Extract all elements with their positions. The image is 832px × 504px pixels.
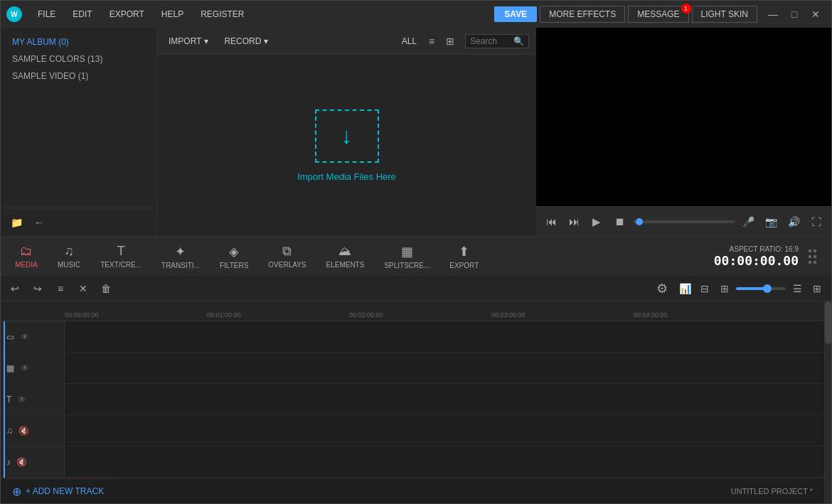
- grid-view-icon[interactable]: ⊞: [442, 33, 458, 49]
- delete-button[interactable]: 🗑: [97, 280, 114, 297]
- message-button[interactable]: MESSAGE 1: [628, 6, 688, 23]
- skip-back-button[interactable]: ⏮: [542, 213, 560, 231]
- track-controls-music: ♫ 🔇: [1, 415, 65, 446]
- tab-splitscreen[interactable]: ▦ SPLITSCRE...: [374, 237, 439, 277]
- tab-export[interactable]: ⬆ EXPORT: [439, 237, 489, 277]
- import-chevron-icon: ▾: [204, 36, 208, 46]
- menu-edit[interactable]: EDIT: [64, 1, 100, 28]
- left-panel: MY ALBUM (0) SAMPLE COLORS (13) SAMPLE V…: [1, 28, 157, 236]
- album-item-my-album[interactable]: MY ALBUM (0): [1, 33, 156, 50]
- light-skin-button[interactable]: LIGHT SKIN: [692, 6, 757, 23]
- more-effects-button[interactable]: MORE EFFECTS: [540, 6, 625, 23]
- track-area-text[interactable]: [65, 384, 824, 414]
- undo-button[interactable]: ↩: [6, 280, 23, 297]
- search-input[interactable]: [470, 36, 511, 46]
- video-track-icon: ▭: [6, 332, 14, 342]
- zoom-in-button[interactable]: ⊞: [716, 280, 733, 297]
- skip-forward-button[interactable]: ⏭: [565, 213, 583, 231]
- tab-overlays[interactable]: ⧉ OVERLAYS: [258, 237, 316, 277]
- music-track-icon: ♫: [6, 426, 13, 436]
- overlay-track-icon: ▦: [6, 363, 14, 373]
- music-mute-icon[interactable]: 🔇: [17, 424, 30, 437]
- track-area-music[interactable]: [65, 415, 824, 446]
- animate-icon[interactable]: ⚙: [654, 280, 671, 297]
- menu-bar: FILE EDIT EXPORT HELP REGISTER: [29, 1, 494, 28]
- menu-help[interactable]: HELP: [153, 1, 192, 28]
- split-button[interactable]: ✕: [75, 280, 92, 297]
- tab-transitions[interactable]: ✦ TRANSITI...: [151, 237, 210, 277]
- text-track-icon: T: [6, 395, 11, 404]
- tab-textcre[interactable]: T TEXT/CRE...: [90, 237, 151, 277]
- aspect-ratio-label: ASPECT RATIO: 16:9: [714, 245, 799, 253]
- bar-chart-icon[interactable]: 📊: [676, 280, 693, 297]
- tab-filters[interactable]: ◈ FILTERS: [210, 237, 258, 277]
- main-area: MY ALBUM (0) SAMPLE COLORS (13) SAMPLE V…: [1, 28, 831, 236]
- add-new-track-button[interactable]: ⊕ + ADD NEW TRACK: [1, 478, 115, 504]
- timeline-playhead: [4, 321, 5, 478]
- maximize-button[interactable]: □: [784, 4, 804, 24]
- zoom-out-button[interactable]: ⊟: [696, 280, 713, 297]
- list-tool-button[interactable]: ≡: [52, 280, 69, 297]
- add-folder-icon[interactable]: 📁: [8, 214, 25, 231]
- video-eye-icon[interactable]: 👁: [18, 331, 31, 343]
- track-area-overlay[interactable]: [65, 353, 824, 383]
- back-arrow-icon[interactable]: ←: [31, 214, 48, 231]
- tab-filters-label: FILTERS: [220, 262, 248, 269]
- tracks-area: ▭ 👁 ▦ 👁: [1, 321, 824, 478]
- tab-elements[interactable]: ⛰ ELEMENTS: [316, 237, 375, 277]
- save-button[interactable]: SAVE: [494, 6, 537, 22]
- play-button[interactable]: ▶: [587, 213, 606, 231]
- textcre-tab-icon: T: [117, 244, 125, 259]
- fullscreen-icon[interactable]: ⛶: [807, 213, 826, 231]
- list-view-icon[interactable]: ≡: [424, 33, 439, 49]
- volume-icon[interactable]: 🔊: [784, 213, 803, 231]
- track-controls-video: ▭ 👁: [1, 321, 65, 352]
- redo-button[interactable]: ↪: [29, 280, 46, 297]
- track-area-audio[interactable]: [65, 446, 824, 477]
- overlay-eye-icon[interactable]: 👁: [18, 362, 31, 375]
- tab-media[interactable]: 🗂 MEDIA: [5, 237, 48, 277]
- screenshot-icon[interactable]: 📷: [762, 213, 780, 231]
- album-item-sample-colors[interactable]: SAMPLE COLORS (13): [1, 50, 156, 68]
- title-bar-actions: SAVE MORE EFFECTS MESSAGE 1 LIGHT SKIN: [494, 6, 757, 23]
- menu-dots-icon[interactable]: ☰: [789, 280, 806, 297]
- microphone-icon[interactable]: 🎤: [739, 213, 757, 231]
- add-track-footer: ⊕ + ADD NEW TRACK UNTITLED PROJECT *: [1, 478, 824, 503]
- menu-file[interactable]: FILE: [29, 1, 64, 28]
- ruler-mark-2: 00:02:00:00: [349, 311, 383, 318]
- track-row-text: T 👁: [1, 384, 824, 415]
- track-row-video: ▭ 👁: [1, 321, 824, 353]
- bottom-section: 🗂 MEDIA ♫ MUSIC T TEXT/CRE... ✦ TRANSITI…: [1, 236, 831, 503]
- stop-button[interactable]: ⏹: [610, 213, 629, 231]
- grid-icon[interactable]: ⊞: [809, 280, 826, 297]
- record-button[interactable]: RECORD ▾: [220, 35, 272, 48]
- import-button[interactable]: IMPORT ▾: [164, 35, 213, 48]
- preview-video: [536, 28, 831, 206]
- minimize-button[interactable]: —: [763, 4, 783, 24]
- search-box: 🔍: [465, 34, 529, 48]
- import-dropzone[interactable]: ↓ Import Media Files Here: [297, 109, 396, 182]
- overlays-tab-icon: ⧉: [282, 244, 292, 259]
- track-area-video[interactable]: [65, 321, 824, 352]
- album-list-container: MY ALBUM (0) SAMPLE COLORS (13) SAMPLE V…: [1, 28, 156, 208]
- menu-export[interactable]: EXPORT: [101, 1, 153, 28]
- preview-progress-bar[interactable]: [633, 220, 735, 223]
- zoom-slider[interactable]: [736, 287, 786, 290]
- close-button[interactable]: ✕: [806, 4, 826, 24]
- tab-music[interactable]: ♫ MUSIC: [48, 237, 90, 277]
- import-label: IMPORT: [169, 36, 201, 46]
- track-row-music: ♫ 🔇: [1, 415, 824, 446]
- ruler-mark-1: 00:01:00:00: [207, 311, 241, 318]
- zoom-slider-fill: [736, 287, 764, 290]
- import-dropzone-label: Import Media Files Here: [297, 171, 396, 182]
- text-eye-icon[interactable]: 👁: [16, 393, 28, 406]
- tab-media-label: MEDIA: [15, 261, 38, 269]
- scrollbar-thumb[interactable]: [825, 301, 831, 344]
- all-label: ALL: [402, 36, 417, 46]
- audio-mute-icon[interactable]: 🔇: [15, 456, 28, 468]
- track-controls-audio: ♪ 🔇: [1, 446, 65, 477]
- timeline-scrollbar[interactable]: [824, 301, 831, 503]
- album-item-sample-video[interactable]: SAMPLE VIDEO (1): [1, 68, 156, 85]
- search-icon: 🔍: [513, 36, 524, 46]
- menu-register[interactable]: REGISTER: [192, 1, 252, 28]
